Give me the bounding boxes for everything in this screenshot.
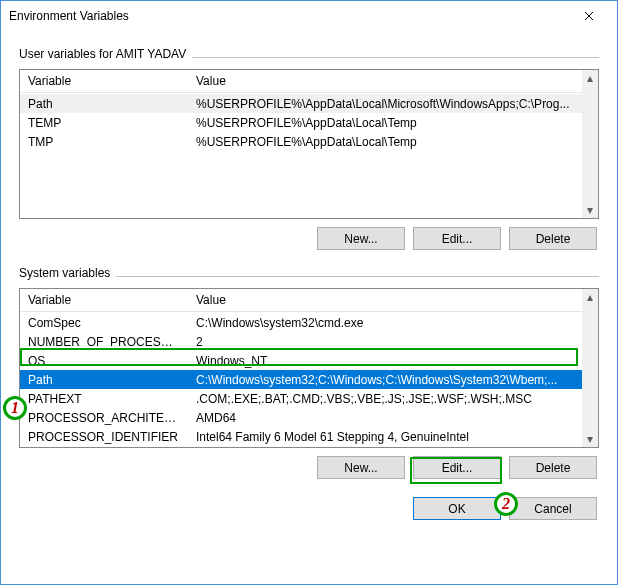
table-row[interactable]: PROCESSOR_IDENTIFIER Intel64 Family 6 Mo… [20, 427, 582, 446]
scroll-up-icon[interactable]: ▴ [582, 70, 598, 86]
cell-variable: PROCESSOR_IDENTIFIER [20, 430, 188, 444]
scroll-down-icon[interactable]: ▾ [582, 202, 598, 218]
table-row[interactable]: PROCESSOR_ARCHITECTURE AMD64 [20, 408, 582, 427]
cell-value: Windows_NT [188, 354, 582, 368]
system-delete-button[interactable]: Delete [509, 456, 597, 479]
user-variables-label: User variables for AMIT YADAV [19, 47, 192, 61]
cancel-button[interactable]: Cancel [509, 497, 597, 520]
column-header-variable[interactable]: Variable [20, 289, 188, 311]
cell-value: %USERPROFILE%\AppData\Local\Temp [188, 116, 582, 130]
system-variables-list[interactable]: Variable Value ComSpec C:\Windows\system… [19, 288, 599, 448]
cell-variable: NUMBER_OF_PROCESSORS [20, 335, 188, 349]
cell-variable: TEMP [20, 116, 188, 130]
cell-value: C:\Windows\system32;C:\Windows;C:\Window… [188, 373, 582, 387]
annotation-badge-2: 2 [494, 492, 518, 516]
column-header-value[interactable]: Value [188, 70, 598, 92]
table-row[interactable]: Path %USERPROFILE%\AppData\Local\Microso… [20, 94, 582, 113]
cell-value: 2 [188, 335, 582, 349]
environment-variables-dialog: Environment Variables User variables for… [0, 0, 618, 585]
table-row[interactable]: NUMBER_OF_PROCESSORS 2 [20, 332, 582, 351]
window-title: Environment Variables [9, 9, 569, 23]
cell-value: Intel64 Family 6 Model 61 Stepping 4, Ge… [188, 430, 582, 444]
list-header: Variable Value [20, 70, 598, 93]
cell-variable: Path [20, 373, 188, 387]
scroll-down-icon[interactable]: ▾ [582, 431, 598, 447]
ok-button[interactable]: OK [413, 497, 501, 520]
cell-variable: OS [20, 354, 188, 368]
cell-value: %USERPROFILE%\AppData\Local\Temp [188, 135, 582, 149]
divider [192, 57, 599, 58]
cell-value: %USERPROFILE%\AppData\Local\Microsoft\Wi… [188, 97, 582, 111]
user-variables-list[interactable]: Variable Value Path %USERPROFILE%\AppDat… [19, 69, 599, 219]
table-row[interactable]: PATHEXT .COM;.EXE;.BAT;.CMD;.VBS;.VBE;.J… [20, 389, 582, 408]
cell-variable: PATHEXT [20, 392, 188, 406]
cell-value: C:\Windows\system32\cmd.exe [188, 316, 582, 330]
close-icon [584, 11, 594, 21]
table-row[interactable]: OS Windows_NT [20, 351, 582, 370]
cell-variable: PROCESSOR_ARCHITECTURE [20, 411, 188, 425]
table-row[interactable]: TEMP %USERPROFILE%\AppData\Local\Temp [20, 113, 582, 132]
cell-value: AMD64 [188, 411, 582, 425]
titlebar: Environment Variables [1, 1, 617, 31]
annotation-badge-1: 1 [3, 396, 27, 420]
scrollbar[interactable]: ▴ ▾ [582, 289, 598, 447]
system-variables-group: System variables Variable Value ComSpec … [19, 266, 599, 479]
user-delete-button[interactable]: Delete [509, 227, 597, 250]
cell-value: .COM;.EXE;.BAT;.CMD;.VBS;.VBE;.JS;.JSE;.… [188, 392, 582, 406]
list-header: Variable Value [20, 289, 598, 312]
cell-variable: ComSpec [20, 316, 188, 330]
scrollbar[interactable]: ▴ ▾ [582, 70, 598, 218]
system-edit-button[interactable]: Edit... [413, 456, 501, 479]
user-new-button[interactable]: New... [317, 227, 405, 250]
scroll-up-icon[interactable]: ▴ [582, 289, 598, 305]
system-new-button[interactable]: New... [317, 456, 405, 479]
divider [116, 276, 599, 277]
column-header-variable[interactable]: Variable [20, 70, 188, 92]
user-variables-group: User variables for AMIT YADAV Variable V… [19, 47, 599, 250]
table-row[interactable]: ComSpec C:\Windows\system32\cmd.exe [20, 313, 582, 332]
cell-variable: Path [20, 97, 188, 111]
close-button[interactable] [569, 2, 609, 30]
table-row-selected[interactable]: Path C:\Windows\system32;C:\Windows;C:\W… [20, 370, 582, 389]
user-edit-button[interactable]: Edit... [413, 227, 501, 250]
table-row[interactable]: TMP %USERPROFILE%\AppData\Local\Temp [20, 132, 582, 151]
cell-variable: TMP [20, 135, 188, 149]
column-header-value[interactable]: Value [188, 289, 598, 311]
system-variables-label: System variables [19, 266, 116, 280]
